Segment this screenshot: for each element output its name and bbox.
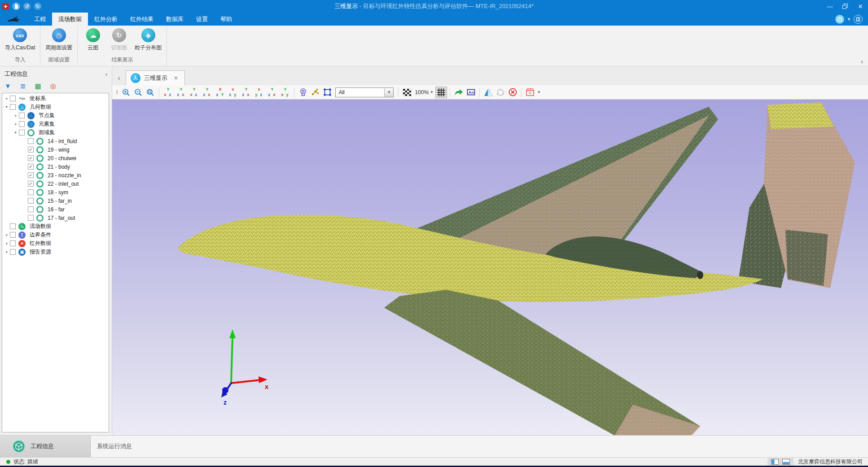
tree-checkbox[interactable]: [28, 189, 34, 195]
export-share-button[interactable]: [453, 87, 465, 98]
tree-row[interactable]: ✓21 - body: [2, 162, 109, 171]
help-panel-icon[interactable]: [854, 15, 863, 24]
tree-checkbox[interactable]: [10, 232, 16, 238]
app-logo-icon[interactable]: [2, 3, 9, 10]
tab-close-icon[interactable]: ✕: [174, 75, 178, 81]
tree-checkbox[interactable]: [19, 130, 25, 135]
tree-row[interactable]: 15 - far_in: [2, 196, 109, 205]
tree-row[interactable]: ∿流场数据: [2, 222, 109, 231]
section-caret-icon[interactable]: ▼: [537, 90, 541, 94]
view-orientation-button-3[interactable]: Yxz: [188, 87, 200, 98]
locate-target-icon[interactable]: ◎: [50, 83, 56, 89]
tree-row[interactable]: ▸↥边界条件: [2, 231, 109, 239]
aircraft-mesh-model[interactable]: x z: [112, 100, 868, 435]
view-orientation-button-1[interactable]: Yxz: [162, 87, 174, 98]
dock-tab-project-info[interactable]: 工程信息: [0, 436, 91, 457]
tree-checkbox[interactable]: ✓: [28, 164, 34, 170]
tree-expander-icon[interactable]: ▸: [4, 233, 10, 237]
mirror-button[interactable]: [482, 87, 494, 98]
tree-row[interactable]: ✓20 - chuiwei: [2, 154, 109, 162]
ribbon-button-clock[interactable]: ◷周期面设置: [43, 27, 75, 52]
box-select-button[interactable]: [321, 87, 333, 98]
layout-bottom-panel-icon[interactable]: [782, 459, 790, 465]
tree-row[interactable]: 16 - far: [2, 205, 109, 214]
restore-button[interactable]: [837, 0, 853, 13]
tree-checkbox[interactable]: [28, 198, 34, 204]
tab-3d-view[interactable]: 三维显示 ✕: [126, 70, 185, 85]
menu-tab-3[interactable]: 红外结果: [124, 13, 160, 26]
tree-expander-icon[interactable]: ▸: [4, 250, 10, 254]
tree-row[interactable]: ▸◌元素集: [2, 120, 109, 128]
tree-row[interactable]: ✓22 - inlet_out: [2, 179, 109, 188]
undo-button[interactable]: ↺: [23, 3, 31, 10]
tree-row[interactable]: 18 - sym: [2, 188, 109, 196]
tree-expander-icon[interactable]: ▸: [13, 113, 19, 118]
view-orientation-button-8[interactable]: xyz: [253, 87, 265, 98]
tree-expander-icon[interactable]: ▸: [4, 96, 10, 100]
tree-row[interactable]: ▸▣报告资源: [2, 248, 109, 256]
redo-button[interactable]: ↻: [34, 3, 41, 10]
menu-tab-5[interactable]: 设置: [190, 13, 214, 26]
tree-expander-icon[interactable]: ▸: [13, 129, 20, 136]
tree-checkbox[interactable]: [28, 215, 34, 221]
tree-row[interactable]: 14 - int_fluid: [2, 137, 109, 145]
delete-result-button[interactable]: [507, 87, 518, 98]
zoom-level-control[interactable]: 100% ▼: [415, 89, 434, 96]
view-orientation-button-6[interactable]: xzy: [227, 87, 239, 98]
tree-checkbox[interactable]: [10, 240, 16, 246]
tree-checkbox[interactable]: [28, 206, 34, 212]
tree-checkbox[interactable]: ✓: [28, 172, 34, 178]
view-orientation-button-10[interactable]: Yxy: [279, 87, 291, 98]
user-panel-icon[interactable]: [835, 15, 844, 24]
list-view-icon[interactable]: ≣: [20, 83, 26, 89]
menubar-caret-icon[interactable]: ▼: [847, 17, 851, 22]
combo-dropdown-icon[interactable]: ▼: [384, 88, 393, 97]
mesh-toggle-button[interactable]: [435, 87, 447, 98]
view-orientation-button-2[interactable]: Yzx: [175, 87, 187, 98]
tree-row[interactable]: ✓19 - wing: [2, 145, 109, 154]
view-orientation-button-7[interactable]: Yzx: [240, 87, 252, 98]
ribbon-collapse-icon[interactable]: ∧: [860, 59, 864, 64]
menu-tab-0[interactable]: 工程: [28, 13, 52, 26]
ribbon-button-cas-badge[interactable]: cas导入Cas/Dat: [3, 27, 37, 52]
tree-checkbox[interactable]: ✓: [28, 181, 34, 187]
panel-collapse-icon[interactable]: ‹: [105, 71, 107, 78]
view-orientation-button-4[interactable]: Yzx: [201, 87, 213, 98]
viewport-3d[interactable]: x z: [112, 100, 868, 435]
tree-checkbox[interactable]: [10, 249, 16, 255]
section-box-button[interactable]: [524, 87, 536, 98]
view-orientation-button-5[interactable]: XzY: [214, 87, 226, 98]
zoom-in-button[interactable]: [120, 87, 132, 98]
filter-icon[interactable]: ▼: [4, 83, 11, 89]
tree-checkbox[interactable]: [10, 96, 16, 101]
tree-row[interactable]: 17 - far_out: [2, 214, 109, 222]
grid-view-icon[interactable]: ▦: [35, 83, 41, 89]
tree-checkbox[interactable]: [28, 138, 34, 144]
toolbar-grip[interactable]: ‖: [116, 89, 118, 96]
tree-row[interactable]: ✓23 - nozzle_in: [2, 171, 109, 179]
tree-expander-icon[interactable]: ▸: [4, 104, 11, 111]
tree-checkbox[interactable]: ✓: [28, 155, 34, 161]
menu-tab-6[interactable]: 帮助: [214, 13, 238, 26]
snapshot-button[interactable]: [465, 87, 477, 98]
menu-tab-1[interactable]: 流场数据: [52, 13, 88, 26]
zoom-out-button[interactable]: [132, 87, 144, 98]
tree-row[interactable]: ▸∴节点集: [2, 111, 109, 120]
tree-checkbox[interactable]: [19, 121, 25, 127]
tree-checkbox[interactable]: ✓: [28, 147, 34, 153]
tree-checkbox[interactable]: [19, 113, 25, 118]
display-filter-combo[interactable]: All ▼: [335, 87, 394, 97]
menu-tab-4[interactable]: 数据库: [160, 13, 190, 26]
probe-camera-button[interactable]: [297, 87, 309, 98]
layout-left-panel-icon[interactable]: [771, 459, 779, 465]
ribbon-button-cloud[interactable]: ☁云图: [80, 27, 105, 52]
close-button[interactable]: ✕: [853, 0, 868, 13]
opacity-checker-icon[interactable]: [401, 87, 413, 98]
tree-row[interactable]: ▸面域集: [2, 128, 109, 137]
tab-scroll-left-icon[interactable]: ‹: [112, 74, 126, 85]
tree-row[interactable]: ▸Yzx坐标系: [2, 94, 109, 103]
menu-tab-2[interactable]: 红外分析: [88, 13, 124, 26]
tree-checkbox[interactable]: [10, 223, 16, 229]
zoom-fit-button[interactable]: [145, 87, 156, 98]
tree-checkbox[interactable]: [10, 104, 16, 110]
